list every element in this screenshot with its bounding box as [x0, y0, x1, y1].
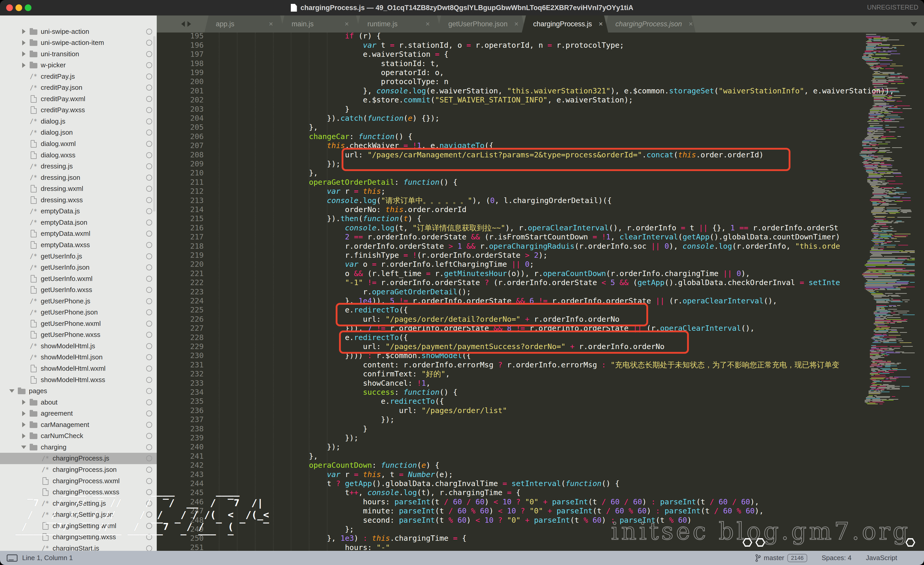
- sidebar-item-getUserInfo.js[interactable]: /*getUserInfo.js: [0, 251, 157, 262]
- sidebar-item-getUserInfo.json[interactable]: /*getUserInfo.json: [0, 262, 157, 273]
- sidebar-item-carManagement[interactable]: carManagement: [0, 419, 157, 430]
- code-line-200[interactable]: 200protocolType: n: [157, 77, 924, 86]
- sidebar-item-getUserPhone.wxss[interactable]: getUserPhone.wxss: [0, 329, 157, 341]
- sidebar-item-dressing.js[interactable]: /*dressing.js: [0, 161, 157, 172]
- file-tree-sidebar[interactable]: uni-swipe-actionuni-swipe-action-itemuni…: [0, 15, 157, 551]
- code-line-246[interactable]: 246hours: parseInt(t / 60 / 60) < 10 ? "…: [157, 497, 924, 507]
- tab-runtime.js[interactable]: runtime.js×: [356, 15, 441, 33]
- sidebar-item-dialog.js[interactable]: /*dialog.js: [0, 116, 157, 127]
- code-editor[interactable]: 195if (r) {196var t = r.stationId, o = r…: [157, 33, 924, 551]
- code-line-219[interactable]: 219r.finishType = !(r.orderInfo.orderSta…: [157, 251, 924, 260]
- tab-close-icon[interactable]: ×: [269, 20, 273, 28]
- tab-app.js[interactable]: app.js×: [204, 15, 284, 33]
- code-line-223[interactable]: 223r.operaGetOrderDetail();: [157, 287, 924, 297]
- code-line-218[interactable]: 218r.orderInfo.orderState > 1 && r.opera…: [157, 242, 924, 251]
- sidebar-item-uni-swipe-action-item[interactable]: uni-swipe-action-item: [0, 37, 157, 48]
- sidebar-item-chargingStart.js[interactable]: /*chargingStart.js: [0, 542, 157, 551]
- code-line-243[interactable]: 243var r = this, t = Number(e);: [157, 470, 924, 479]
- chevron-right-icon[interactable]: [20, 29, 28, 34]
- sidebar-item-creditPay.wxml[interactable]: creditPay.wxml: [0, 93, 157, 105]
- chevron-right-icon[interactable]: [20, 411, 28, 416]
- code-line-211[interactable]: 211operaGetOrderDetail: function() {: [157, 178, 924, 187]
- tab-close-icon[interactable]: ×: [598, 20, 603, 28]
- code-line-195[interactable]: 195if (r) {: [157, 33, 924, 41]
- sidebar-item-showModelHtml.js[interactable]: /*showModelHtml.js: [0, 340, 157, 352]
- code-line-242[interactable]: 242operaCountDown: function(e) {: [157, 461, 924, 470]
- tab-chargingProcess.json[interactable]: chargingProcess.json×: [604, 15, 696, 33]
- chevron-right-icon[interactable]: [20, 400, 28, 405]
- sidebar-item-chargingSetting.wxss[interactable]: chargingSetting.wxss: [0, 532, 157, 543]
- code-line-202[interactable]: 202e.$store.commit("SET_WAIVER_STATION_I…: [157, 95, 924, 105]
- git-branch-status[interactable]: master 2146: [755, 554, 807, 562]
- sidebar-item-dressing.json[interactable]: /*dressing.json: [0, 172, 157, 183]
- code-line-214[interactable]: 214orderNo: this.order.orderId: [157, 205, 924, 214]
- code-line-206[interactable]: 206changeCar: function() {: [157, 132, 924, 141]
- tab-close-icon[interactable]: ×: [688, 20, 693, 28]
- tab-close-icon[interactable]: ×: [345, 20, 349, 28]
- chevron-right-icon[interactable]: [20, 433, 28, 439]
- code-line-212[interactable]: 212var r = this;: [157, 187, 924, 196]
- code-line-213[interactable]: 213console.log("请求订单中。。。。。。"), (0, l.cha…: [157, 196, 924, 205]
- sidebar-item-chargingSetting.json[interactable]: /*chargingSetting.json: [0, 509, 157, 520]
- sidebar-item-dialog.json[interactable]: /*dialog.json: [0, 127, 157, 138]
- sidebar-item-getUserInfo.wxss[interactable]: getUserInfo.wxss: [0, 284, 157, 296]
- sidebar-item-chargingProcess.wxss[interactable]: chargingProcess.wxss: [0, 487, 157, 498]
- code-line-201[interactable]: 201}, console.log(e.waiverStation, "this…: [157, 86, 924, 96]
- sidebar-item-chargingProcess.json[interactable]: /*chargingProcess.json: [0, 464, 157, 475]
- sidebar-item-emptyData.json[interactable]: /*emptyData.json: [0, 217, 157, 228]
- code-line-240[interactable]: 240});: [157, 442, 924, 452]
- chevron-right-icon[interactable]: [20, 422, 28, 427]
- code-line-204[interactable]: 204}).catch(function(e) {});: [157, 114, 924, 123]
- sidebar-item-dialog.wxss[interactable]: dialog.wxss: [0, 149, 157, 161]
- sidebar-item-dressing.wxml[interactable]: dressing.wxml: [0, 183, 157, 195]
- sidebar-item-getUserPhone.wxml[interactable]: getUserPhone.wxml: [0, 318, 157, 329]
- sidebar-item-emptyData.js[interactable]: /*emptyData.js: [0, 206, 157, 217]
- code-line-245[interactable]: 245t++, console.log(t), r.chargingTime =…: [157, 488, 924, 497]
- syntax-language[interactable]: JavaScript: [866, 554, 897, 562]
- sidebar-item-chargingProcess.js[interactable]: /*chargingProcess.js: [0, 453, 157, 464]
- tab-overflow-dropdown-icon[interactable]: [910, 22, 917, 26]
- sidebar-item-creditPay.js[interactable]: /*creditPay.js: [0, 71, 157, 82]
- chevron-down-icon[interactable]: [20, 446, 28, 449]
- sidebar-item-dressing.wxss[interactable]: dressing.wxss: [0, 194, 157, 206]
- code-line-216[interactable]: 216console.log(t, "订单详情信息获取到拉~~"), r.ope…: [157, 224, 924, 233]
- tab-main.js[interactable]: main.js×: [280, 15, 360, 33]
- code-line-244[interactable]: 244t ? getApp().globalData.chargInvalTim…: [157, 479, 924, 488]
- sidebar-item-w-picker[interactable]: w-picker: [0, 60, 157, 71]
- sidebar-item-chargingSetting.wxml[interactable]: chargingSetting.wxml: [0, 520, 157, 532]
- code-line-239[interactable]: 239});: [157, 433, 924, 443]
- code-line-234[interactable]: 234success: function() {: [157, 388, 924, 397]
- sidebar-item-carNumCheck[interactable]: carNumCheck: [0, 430, 157, 442]
- code-line-220[interactable]: 220var o = r.orderInfo.leftChargingTime …: [157, 260, 924, 269]
- tab-close-icon[interactable]: ×: [514, 20, 519, 28]
- tab-close-icon[interactable]: ×: [426, 20, 430, 28]
- sidebar-item-about[interactable]: about: [0, 397, 157, 408]
- minimap[interactable]: [855, 33, 918, 420]
- tab-scroll-left-icon[interactable]: [181, 21, 185, 27]
- sidebar-item-showModelHtml.json[interactable]: /*showModelHtml.json: [0, 352, 157, 363]
- sidebar-item-emptyData.wxml[interactable]: emptyData.wxml: [0, 228, 157, 239]
- sidebar-item-showModelHtml.wxss[interactable]: showModelHtml.wxss: [0, 374, 157, 385]
- tab-chargingProcess.js[interactable]: chargingProcess.js×: [522, 15, 608, 33]
- tab-scroll-right-icon[interactable]: [188, 21, 191, 27]
- code-line-196[interactable]: 196var t = r.stationId, o = r.operatorId…: [157, 41, 924, 50]
- code-line-197[interactable]: 197e.waiverStation = {: [157, 50, 924, 59]
- sidebar-item-agreement[interactable]: agreement: [0, 408, 157, 419]
- code-line-215[interactable]: 215}).then(function(t) {: [157, 214, 924, 224]
- code-line-237[interactable]: 237});: [157, 415, 924, 424]
- code-line-235[interactable]: 235e.redirectTo({: [157, 397, 924, 406]
- code-line-238[interactable]: 238}: [157, 424, 924, 434]
- code-line-236[interactable]: 236url: "/pages/order/list": [157, 406, 924, 415]
- sidebar-item-charging[interactable]: charging: [0, 442, 157, 453]
- indentation-setting[interactable]: Spaces: 4: [822, 554, 852, 562]
- code-line-205[interactable]: 205},: [157, 123, 924, 132]
- code-line-198[interactable]: 198stationId: t,: [157, 59, 924, 68]
- code-line-232[interactable]: 232confirmText: "好的",: [157, 370, 924, 379]
- sidebar-item-creditPay.json[interactable]: /*creditPay.json: [0, 82, 157, 93]
- sidebar-item-getUserInfo.wxml[interactable]: getUserInfo.wxml: [0, 273, 157, 284]
- code-line-231[interactable]: 231content: r.orderInfo.errorMsg ? r.ord…: [157, 361, 924, 370]
- chevron-right-icon[interactable]: [20, 63, 28, 68]
- sidebar-item-showModelHtml.wxml[interactable]: showModelHtml.wxml: [0, 363, 157, 374]
- sidebar-item-creditPay.wxss[interactable]: creditPay.wxss: [0, 105, 157, 116]
- chevron-right-icon[interactable]: [20, 40, 28, 45]
